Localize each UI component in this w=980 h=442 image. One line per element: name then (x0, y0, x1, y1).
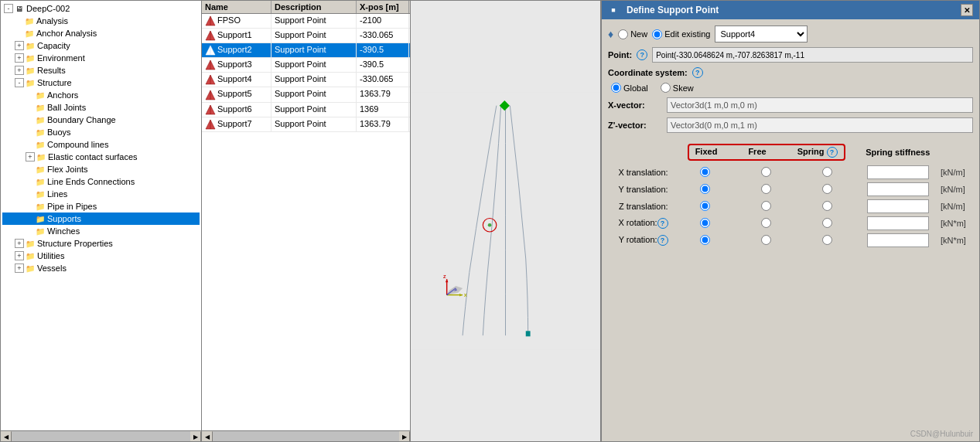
stiffness-free-radio-cell[interactable] (736, 232, 797, 249)
tree-item-results[interactable]: +📁Results (2, 64, 200, 76)
fixed-radio-1[interactable] (700, 184, 710, 194)
dialog-close-button[interactable]: ✕ (961, 4, 973, 16)
expand-icon-structure[interactable]: - (15, 78, 24, 87)
expand-icon-results[interactable]: + (15, 66, 24, 75)
stiffness-input-4[interactable] (867, 233, 929, 247)
stiffness-value-cell[interactable] (859, 198, 937, 215)
free-radio-1[interactable] (761, 184, 771, 194)
table-row[interactable]: Support6 Support Point 1369 (202, 103, 410, 117)
tree-item-ball_joints[interactable]: 📁Ball Joints (2, 101, 200, 114)
expand-icon-utilities[interactable]: + (15, 251, 24, 260)
stiffness-free-radio-cell[interactable] (736, 215, 797, 232)
stiffness-free-radio-cell[interactable] (736, 198, 797, 215)
expand-icon-environment[interactable]: + (15, 53, 24, 63)
hscroll-right[interactable]: ▶ (190, 431, 201, 441)
stiffness-fixed-radio-cell[interactable] (674, 232, 736, 249)
edit-radio[interactable] (652, 29, 662, 39)
middle-hscroll-right[interactable]: ▶ (399, 431, 410, 441)
global-radio[interactable] (611, 83, 621, 93)
stiffness-input-2[interactable] (867, 199, 929, 213)
fixed-radio-0[interactable] (700, 167, 710, 177)
point-help-icon[interactable]: ? (637, 49, 647, 60)
middle-hscroll-track[interactable] (213, 431, 399, 441)
new-radio[interactable] (618, 29, 628, 39)
rotation-help-icon[interactable]: ? (657, 235, 668, 246)
tree-item-anchor_analysis[interactable]: 📁Anchor Analysis (2, 27, 200, 39)
tree-item-flex_joints[interactable]: 📁Flex Joints (2, 163, 200, 175)
stiffness-fixed-radio-cell[interactable] (674, 215, 736, 232)
table-row[interactable]: Support4 Support Point -330.065 (202, 73, 410, 87)
tree-item-capacity[interactable]: +📁Capacity (2, 39, 200, 52)
stiffness-input-1[interactable] (867, 182, 929, 196)
global-radio-label[interactable]: Global (611, 83, 648, 93)
table-row[interactable]: Support7 Support Point 1363.79 (202, 117, 410, 132)
tree-item-boundary_change[interactable]: 📁Boundary Change (2, 114, 200, 126)
stiffness-value-cell[interactable] (859, 164, 937, 181)
expand-icon-vessels[interactable]: + (15, 264, 24, 273)
table-row[interactable]: Support3 Support Point -390.5 (202, 58, 410, 73)
rotation-help-icon[interactable]: ? (657, 218, 668, 229)
tree-item-analysis[interactable]: 📁Analysis (2, 15, 200, 27)
fixed-radio-4[interactable] (700, 235, 710, 245)
spring-radio-0[interactable] (822, 167, 832, 177)
stiffness-free-radio-cell[interactable] (736, 164, 797, 181)
coord-help-icon[interactable]: ? (692, 67, 703, 78)
stiffness-value-cell[interactable] (859, 215, 937, 232)
stiffness-fixed-radio-cell[interactable] (674, 164, 736, 181)
stiffness-spring-radio-cell[interactable] (797, 164, 858, 181)
tree-item-environment[interactable]: +📁Environment (2, 52, 200, 64)
tree-item-compound_lines[interactable]: 📁Compound lines (2, 138, 200, 151)
stiffness-spring-radio-cell[interactable] (797, 215, 858, 232)
skew-radio[interactable] (661, 83, 671, 93)
free-radio-2[interactable] (761, 201, 771, 211)
free-radio-4[interactable] (761, 235, 771, 245)
spring-radio-3[interactable] (822, 218, 832, 228)
tree-item-anchors[interactable]: 📁Anchors (2, 89, 200, 101)
tree-item-utilities[interactable]: +📁Utilities (2, 250, 200, 262)
tree-item-elastic_contact[interactable]: +📁Elastic contact surfaces (2, 151, 200, 163)
tree-item-lines[interactable]: 📁Lines (2, 188, 200, 200)
middle-hscroll-left[interactable]: ◀ (202, 431, 213, 441)
skew-radio-label[interactable]: Skew (661, 83, 694, 93)
tree-item-buoys[interactable]: 📁Buoys (2, 126, 200, 138)
stiffness-fixed-radio-cell[interactable] (674, 181, 736, 198)
fixed-radio-2[interactable] (700, 201, 710, 211)
stiffness-input-3[interactable] (867, 216, 929, 230)
fixed-radio-3[interactable] (700, 218, 710, 228)
expand-icon-deepc[interactable]: - (4, 4, 13, 13)
stiffness-free-radio-cell[interactable] (736, 181, 797, 198)
hscroll-left[interactable]: ◀ (1, 431, 12, 441)
expand-icon-elastic_contact[interactable]: + (26, 152, 35, 162)
support-dropdown[interactable]: Support1Support2Support3Support4Support5… (715, 26, 808, 42)
new-radio-label[interactable]: New (618, 29, 647, 39)
tree-item-line_ends[interactable]: 📁Line Ends Connections (2, 175, 200, 188)
stiffness-spring-radio-cell[interactable] (797, 198, 858, 215)
table-row[interactable]: Support5 Support Point 1363.79 (202, 87, 410, 102)
free-radio-3[interactable] (761, 218, 771, 228)
table-row[interactable]: FPSO Support Point -2100 (202, 14, 410, 29)
table-row[interactable]: Support2 Support Point -390.5 (202, 43, 410, 58)
hscroll-track[interactable] (12, 431, 190, 441)
tree-item-structure[interactable]: -📁Structure (2, 76, 200, 89)
expand-icon-structure_props[interactable]: + (15, 239, 24, 248)
table-row[interactable]: Support1 Support Point -330.065 (202, 29, 410, 43)
tree-item-vessels[interactable]: +📁Vessels (2, 262, 200, 274)
spring-radio-1[interactable] (822, 184, 832, 194)
tree-item-deepc[interactable]: -🖥DeepC-002 (2, 2, 200, 15)
stiffness-value-cell[interactable] (859, 232, 937, 249)
tree-item-structure_props[interactable]: +📁Structure Properties (2, 237, 200, 250)
spring-help-icon[interactable]: ? (827, 147, 838, 158)
free-radio-0[interactable] (761, 167, 771, 177)
stiffness-spring-radio-cell[interactable] (797, 181, 858, 198)
tree-item-pipe_in_pipes[interactable]: 📁Pipe in Pipes (2, 200, 200, 212)
tree-item-winches[interactable]: 📁Winches (2, 225, 200, 237)
stiffness-fixed-radio-cell[interactable] (674, 198, 736, 215)
tree-item-supports[interactable]: 📁Supports (2, 212, 200, 225)
spring-radio-2[interactable] (822, 201, 832, 211)
edit-radio-label[interactable]: Edit existing (652, 29, 710, 39)
stiffness-input-0[interactable] (867, 165, 929, 179)
stiffness-value-cell[interactable] (859, 181, 937, 198)
spring-radio-4[interactable] (822, 235, 832, 245)
stiffness-spring-radio-cell[interactable] (797, 232, 858, 249)
expand-icon-capacity[interactable]: + (15, 41, 24, 50)
